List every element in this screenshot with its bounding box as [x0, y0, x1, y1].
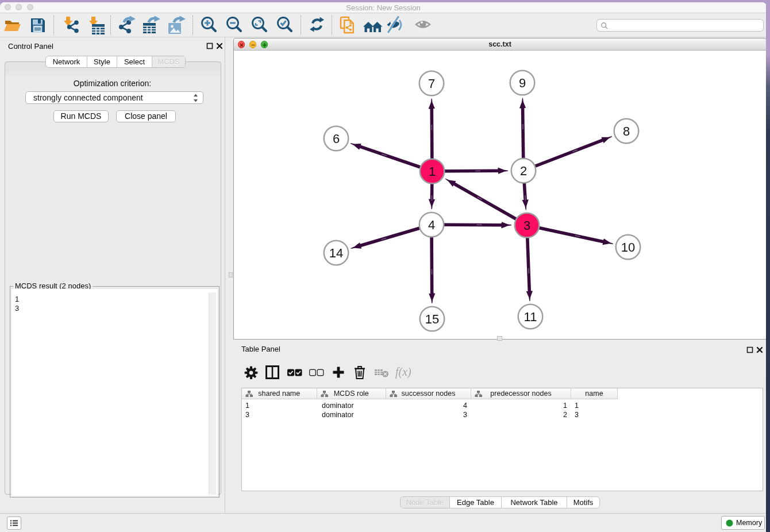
svg-text:1: 1 — [429, 164, 436, 179]
svg-text:3: 3 — [523, 218, 530, 233]
svg-text:7: 7 — [428, 76, 435, 91]
svg-text:15: 15 — [425, 312, 439, 326]
svg-text:4: 4 — [428, 218, 435, 232]
svg-text:10: 10 — [621, 240, 635, 255]
svg-text:2: 2 — [520, 164, 527, 178]
svg-text:6: 6 — [333, 132, 340, 146]
svg-text:11: 11 — [524, 310, 537, 324]
svg-text:9: 9 — [519, 76, 526, 90]
svg-text:8: 8 — [623, 124, 630, 138]
svg-text:14: 14 — [329, 246, 343, 260]
